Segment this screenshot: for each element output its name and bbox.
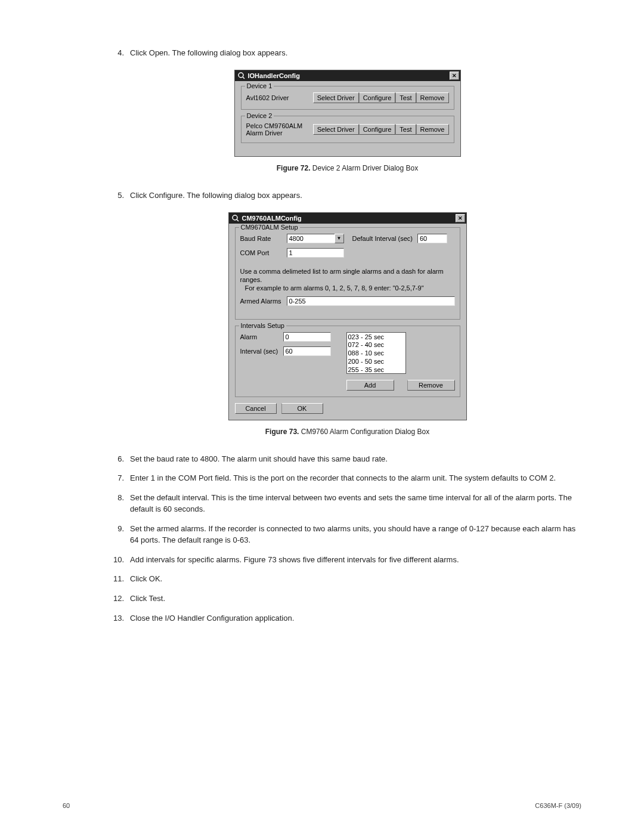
titlebar: IOHandlerConfig ✕ (235, 70, 460, 81)
figure72-text: Device 2 Alarm Driver Dialog Box (310, 164, 418, 172)
remove-button[interactable]: Remove (407, 380, 455, 391)
step-6: 6.Set the baud rate to 4800. The alarm u… (113, 454, 581, 465)
step-num: 5. (113, 190, 130, 202)
chevron-down-icon[interactable]: ▼ (335, 234, 344, 243)
figure73-label: Figure 73. (265, 428, 299, 436)
device1-name: Avl1602 Driver (246, 94, 308, 101)
step-num: 13. (113, 613, 130, 624)
device1-group: Device 1 Avl1602 Driver Select Driver Co… (241, 86, 454, 110)
titlebar: CM9760ALMConfig ✕ (229, 213, 466, 224)
device2-select-driver-button[interactable]: Select Driver (313, 124, 359, 135)
io-handler-config-dialog: IOHandlerConfig ✕ Device 1 Avl1602 Drive… (234, 70, 461, 157)
step-5: 5. Click Configure. The following dialog… (113, 190, 581, 202)
step-text: Click Test. (130, 593, 581, 605)
baud-rate-input[interactable] (287, 234, 335, 243)
armed-alarms-help: Use a comma delimeted list to arm single… (240, 267, 455, 293)
com-port-input[interactable] (287, 248, 344, 258)
device1-test-button[interactable]: Test (395, 92, 416, 103)
list-item[interactable]: 072 - 40 sec (348, 341, 404, 349)
step-4: 4. Click Open. The following dialog box … (113, 48, 581, 59)
doc-id: C636M-F (3/09) (535, 802, 581, 809)
device2-test-button[interactable]: Test (395, 124, 416, 135)
step-text: Click Configure. The following dialog bo… (130, 190, 581, 202)
app-icon (237, 72, 246, 80)
figure72-caption: Figure 72. Device 2 Alarm Driver Dialog … (113, 164, 581, 172)
step-13: 13.Close the I/O Handler Configuration a… (113, 613, 581, 624)
cm9760alm-config-dialog: CM9760ALMConfig ✕ CM9670ALM Setup Baud R… (228, 212, 467, 420)
dialog-title: IOHandlerConfig (248, 72, 450, 79)
interval-sec-input[interactable] (283, 346, 331, 356)
step-10: 10.Add intervals for specific alarms. Fi… (113, 555, 581, 566)
svg-point-2 (233, 215, 237, 220)
cancel-button[interactable]: Cancel (235, 403, 277, 414)
device1-legend: Device 1 (245, 82, 274, 89)
device1-configure-button[interactable]: Configure (359, 92, 396, 103)
step-num: 8. (113, 493, 130, 515)
step-text: Click Open. The following dialog box app… (130, 48, 581, 59)
svg-line-1 (243, 77, 244, 79)
device2-group: Device 2 Pelco CM9760ALM Alarm Driver Se… (241, 116, 454, 143)
step-num: 7. (113, 473, 130, 484)
dialog-title: CM9760ALMConfig (242, 215, 456, 222)
armed-alarms-label: Armed Alarms (240, 298, 287, 305)
close-icon[interactable]: ✕ (450, 72, 459, 80)
baud-rate-combo[interactable]: ▼ (287, 234, 344, 243)
step-text: Enter 1 in the COM Port field. This is t… (130, 473, 581, 484)
list-item[interactable]: 200 - 50 sec (348, 358, 404, 366)
step-8: 8.Set the default interval. This is the … (113, 493, 581, 515)
default-interval-label: Default Interval (sec) (352, 235, 413, 242)
baud-rate-label: Baud Rate (240, 235, 287, 242)
step-text: Close the I/O Handler Configuration appl… (130, 613, 581, 624)
alarm-label: Alarm (240, 333, 283, 340)
svg-point-0 (239, 73, 243, 78)
figure73-text: CM9760 Alarm Configuration Dialog Box (299, 428, 429, 436)
alarm-input[interactable] (283, 332, 331, 342)
device2-configure-button[interactable]: Configure (359, 124, 396, 135)
svg-line-3 (237, 219, 239, 221)
step-11: 11.Click OK. (113, 574, 581, 585)
setup-group: CM9670ALM Setup Baud Rate ▼ Default Inte… (235, 227, 460, 320)
device2-remove-button[interactable]: Remove (416, 124, 449, 135)
device2-name: Pelco CM9760ALM Alarm Driver (246, 122, 308, 137)
step-text: Set the armed alarms. If the recorder is… (130, 524, 581, 546)
step-12: 12.Click Test. (113, 593, 581, 605)
list-item[interactable]: 255 - 35 sec (348, 366, 404, 374)
app-icon (231, 214, 240, 222)
setup-legend: CM9670ALM Setup (239, 224, 300, 231)
default-interval-input[interactable] (417, 234, 447, 243)
page-number: 60 (63, 802, 70, 809)
help-line1: Use a comma delimeted list to arm single… (240, 268, 444, 283)
intervals-listbox[interactable]: 023 - 25 sec 072 - 40 sec 088 - 10 sec 2… (346, 332, 406, 374)
device2-legend: Device 2 (245, 112, 274, 119)
step-text: Add intervals for specific alarms. Figur… (130, 555, 581, 566)
intervals-setup-group: Intervals Setup Alarm Interval (sec) (235, 326, 460, 397)
step-num: 4. (113, 48, 130, 59)
step-7: 7.Enter 1 in the COM Port field. This is… (113, 473, 581, 484)
step-num: 11. (113, 574, 130, 585)
page-footer: 60 C636M-F (3/09) (63, 802, 581, 809)
step-text: Set the default interval. This is the ti… (130, 493, 581, 515)
ok-button[interactable]: OK (281, 403, 323, 414)
add-button[interactable]: Add (346, 380, 394, 391)
figure72-label: Figure 72. (277, 164, 311, 172)
step-9: 9.Set the armed alarms. If the recorder … (113, 524, 581, 546)
interval-sec-label: Interval (sec) (240, 348, 283, 355)
list-item[interactable]: 088 - 10 sec (348, 349, 404, 358)
step-num: 10. (113, 555, 130, 566)
step-num: 12. (113, 593, 130, 605)
figure73-caption: Figure 73. CM9760 Alarm Configuration Di… (113, 428, 581, 436)
device1-select-driver-button[interactable]: Select Driver (313, 92, 359, 103)
list-item[interactable]: 023 - 25 sec (348, 333, 404, 342)
close-icon[interactable]: ✕ (456, 214, 465, 222)
armed-alarms-input[interactable] (287, 296, 455, 306)
help-line2: For example to arm alarms 0, 1, 2, 5, 7,… (240, 284, 455, 292)
intervals-legend: Intervals Setup (239, 322, 286, 329)
step-num: 9. (113, 524, 130, 546)
com-port-label: COM Port (240, 249, 287, 256)
step-text: Set the baud rate to 4800. The alarm uni… (130, 454, 581, 465)
device1-remove-button[interactable]: Remove (416, 92, 449, 103)
step-num: 6. (113, 454, 130, 465)
step-text: Click OK. (130, 574, 581, 585)
